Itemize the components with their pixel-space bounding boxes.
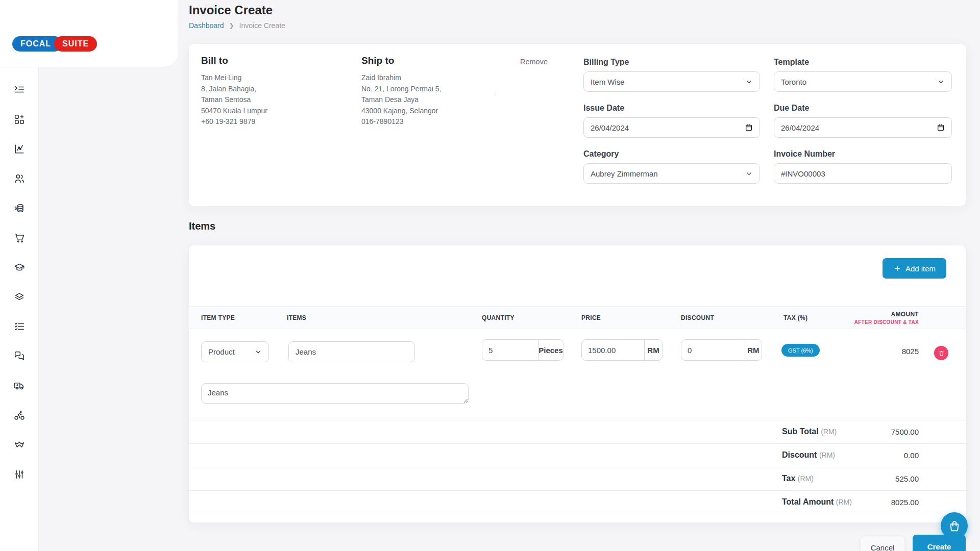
ambulance-icon[interactable] — [13, 380, 26, 391]
discount-value: 0.00 — [904, 451, 919, 460]
bill-to-line: +60 19-321 9879 — [201, 116, 267, 128]
shopping-bag-icon — [948, 519, 961, 533]
col-quantity: QUANTITY — [482, 307, 514, 329]
issue-date-input[interactable]: 26/04/2024 — [583, 117, 760, 138]
items-section-title: Items — [189, 220, 215, 232]
ship-to-line: No. 21, Lorong Permai 5, — [361, 84, 441, 95]
breadcrumb-dashboard-link[interactable]: Dashboard — [189, 21, 224, 30]
col-tax: TAX (%) — [783, 307, 807, 329]
trash-icon — [938, 350, 945, 357]
category-select[interactable]: Aubrey Zimmerman — [583, 163, 760, 184]
col-amount: AMOUNT AFTER DISCOUNT & TAX — [854, 307, 919, 329]
tax-value: 525.00 — [895, 474, 919, 483]
bill-to-block: Bill to Tan Mei Ling 8, Jalan Bahagia, T… — [201, 55, 267, 128]
wings-icon[interactable] — [13, 439, 26, 450]
chevron-down-icon — [937, 78, 945, 86]
due-date-label: Due Date — [774, 104, 952, 113]
breadcrumb-current: Invoice Create — [239, 21, 285, 30]
bill-to-line: 50470 Kuala Lumpur — [201, 106, 267, 117]
ship-to-line: Zaid Ibrahim — [361, 72, 441, 84]
totals-section: Sub Total (RM) 7500.00 Discount (RM) 0.0… — [189, 420, 966, 514]
chart-icon[interactable] — [13, 143, 26, 155]
calendar-icon — [745, 123, 753, 132]
cart-icon[interactable] — [13, 232, 26, 243]
calendar-icon — [937, 123, 945, 132]
chevron-down-icon — [745, 170, 753, 178]
col-amount-title: AMOUNT — [891, 311, 919, 318]
discount-row: Discount (RM) 0.00 — [189, 443, 966, 467]
category-label: Category — [583, 149, 760, 159]
issue-date-value: 26/04/2024 — [591, 123, 629, 132]
invoice-header-card: Bill to Tan Mei Ling 8, Jalan Bahagia, T… — [189, 44, 966, 206]
quantity-input[interactable] — [482, 340, 538, 360]
row-amount: 8025 — [902, 347, 919, 356]
item-name-input[interactable] — [288, 341, 415, 362]
tax-badge[interactable]: GST (6%) — [781, 344, 820, 357]
col-discount: DISCOUNT — [681, 307, 714, 329]
grid-plus-icon[interactable] — [13, 114, 26, 125]
template-label: Template — [774, 58, 952, 67]
col-items: ITEMS — [287, 307, 306, 329]
ship-to-line: 016-7890123 — [361, 116, 441, 128]
graduation-cap-icon[interactable] — [13, 262, 26, 273]
invoice-number-input[interactable] — [774, 163, 952, 184]
billing-type-value: Item Wise — [591, 78, 625, 86]
focal-suite-logo[interactable]: FOCAL SUITE — [12, 36, 97, 52]
total-amount-row: Total Amount (RM) 8025.00 — [189, 490, 966, 514]
checklist-icon[interactable] — [13, 321, 26, 332]
billing-type-field: Billing Type Item Wise — [583, 58, 760, 92]
discount-group: RM — [681, 339, 762, 361]
col-item-type: ITEM TYPE — [201, 307, 235, 329]
delete-item-button[interactable] — [934, 346, 948, 360]
bill-to-line: Taman Sentosa — [201, 94, 267, 106]
quantity-unit: Pieces — [538, 340, 563, 360]
fab-shopping-bag-button[interactable] — [941, 512, 968, 539]
discount-label: Discount (RM) — [782, 450, 835, 460]
chevron-down-icon — [255, 348, 262, 356]
sliders-icon[interactable] — [13, 469, 26, 480]
bill-to-line: Tan Mei Ling — [201, 72, 267, 84]
due-date-input[interactable]: 26/04/2024 — [774, 117, 952, 138]
tax-label: Tax (RM) — [782, 474, 814, 483]
chat-icon[interactable] — [13, 350, 26, 362]
logo-suite-segment: SUITE — [54, 36, 97, 52]
users-icon[interactable] — [13, 173, 26, 184]
add-item-button[interactable]: Add item — [883, 258, 946, 279]
item-type-select[interactable]: Product — [201, 341, 269, 362]
drag-handle-dots: ⋮ — [492, 91, 498, 95]
due-date-field: Due Date 26/04/2024 — [774, 104, 952, 138]
category-value: Aubrey Zimmerman — [591, 169, 658, 178]
bike-icon[interactable] — [13, 410, 26, 421]
tax-row: Tax (RM) 525.00 — [189, 467, 966, 490]
plus-icon — [893, 264, 901, 272]
chevron-right-icon: ❯ — [229, 22, 234, 29]
quantity-group: Pieces — [482, 339, 564, 361]
ship-to-line: 43000 Kajang, Selangor — [361, 106, 441, 117]
ship-to-block: Ship to Zaid Ibrahim No. 21, Lorong Perm… — [361, 55, 441, 128]
price-input[interactable] — [582, 340, 644, 360]
cancel-button[interactable]: Cancel — [861, 536, 904, 551]
bill-to-line: 8, Jalan Bahagia, — [201, 84, 267, 95]
remove-link[interactable]: Remove — [520, 58, 548, 66]
invoice-number-field: Invoice Number — [774, 149, 952, 184]
discount-input[interactable] — [681, 340, 745, 360]
coins-icon[interactable]: $ — [13, 203, 26, 214]
due-date-value: 26/04/2024 — [781, 123, 819, 132]
svg-text:$: $ — [14, 206, 17, 211]
brand-header: FOCAL SUITE — [0, 0, 178, 67]
subtotal-label: Sub Total (RM) — [782, 427, 837, 436]
price-group: RM — [581, 339, 663, 361]
layers-icon[interactable] — [13, 291, 26, 303]
price-unit: RM — [644, 340, 662, 360]
ship-to-heading: Ship to — [361, 55, 441, 66]
billing-type-select[interactable]: Item Wise — [583, 71, 760, 92]
category-field: Category Aubrey Zimmerman — [583, 149, 760, 184]
indent-menu-icon[interactable] — [13, 84, 26, 95]
issue-date-field: Issue Date 26/04/2024 — [583, 104, 760, 138]
invoice-number-label: Invoice Number — [774, 149, 952, 159]
template-select[interactable]: Toronto — [774, 71, 952, 92]
breadcrumb: Dashboard ❯ Invoice Create — [189, 21, 285, 30]
discount-unit: RM — [745, 340, 762, 360]
item-description-textarea[interactable]: Jeans — [201, 383, 469, 404]
template-value: Toronto — [781, 78, 806, 86]
